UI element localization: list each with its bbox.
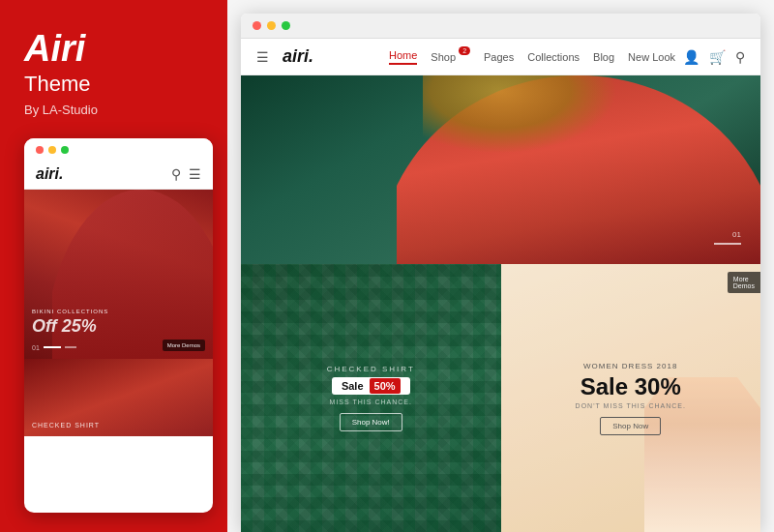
shop-badge: 2 [459, 46, 470, 55]
grid-right-overlay: Women Dress 2018 Sale 30% DON'T MISS THI… [501, 264, 761, 532]
mobile-hero-section: BIKINI COLLECTIONS Off 25% 01 More Demos [24, 190, 213, 359]
nav-link-newlook[interactable]: New Look [628, 51, 675, 63]
nav-link-shop[interactable]: Shop [431, 51, 456, 63]
mobile-dot-yellow [48, 146, 56, 154]
mobile-nav-dot-active [44, 346, 61, 348]
hero-pagination: 01 [714, 230, 741, 245]
nav-link-collections[interactable]: Collections [527, 51, 580, 63]
desktop-preview-window: ☰ airi. Home Shop 2 Pages Collections Bl… [241, 14, 760, 532]
desktop-nav-links: Home Shop 2 Pages Collections Blog New L… [389, 49, 675, 65]
nav-link-blog[interactable]: Blog [593, 51, 614, 63]
mobile-more-demos-badge[interactable]: More Demos [163, 340, 205, 351]
mobile-nav-icons: ⚲ ☰ [171, 166, 201, 182]
right-panel: ☰ airi. Home Shop 2 Pages Collections Bl… [227, 0, 774, 532]
mobile-collection-label: BIKINI COLLECTIONS [32, 309, 108, 314]
theme-author: By LA-Studio [24, 103, 208, 117]
desktop-window-controls [241, 14, 760, 39]
mobile-dot-green [61, 146, 69, 154]
sale-badge: Sale 50% [332, 377, 410, 395]
desktop-nav-icons: 👤 🛒 ⚲ [683, 49, 745, 65]
desktop-dot-red [253, 21, 261, 30]
mobile-bottom-label: CHECKED SHIRT [32, 422, 100, 429]
miss-chance-text: MISS THIS CHANCE. [330, 399, 412, 405]
dont-miss-text: DON'T MISS THIS CHANCE. [576, 402, 686, 409]
mobile-window-controls [24, 138, 213, 160]
desktop-dot-yellow [267, 21, 276, 30]
shop-now-button-right[interactable]: Shop Now [600, 417, 661, 435]
desktop-nav-bar: ☰ airi. Home Shop 2 Pages Collections Bl… [241, 39, 760, 75]
shop-now-button-left[interactable]: Shop Now! [340, 413, 402, 431]
desktop-logo: airi. [283, 46, 313, 67]
desktop-hero-background [241, 75, 760, 264]
search-icon[interactable]: ⚲ [735, 49, 745, 65]
hamburger-icon[interactable]: ☰ [256, 49, 269, 65]
checked-shirt-label: CHECKED SHIRT [327, 365, 415, 373]
mobile-hero-image: BIKINI COLLECTIONS Off 25% 01 More Demos [24, 190, 213, 359]
mobile-nav-bar: airi. ⚲ ☰ [24, 160, 213, 190]
user-icon[interactable]: 👤 [683, 49, 700, 65]
desktop-product-grid: CHECKED SHIRT Sale 50% MISS THIS CHANCE.… [241, 264, 760, 532]
left-panel: Airi Theme By LA-Studio airi. ⚲ ☰ BIKINI… [0, 0, 227, 532]
mobile-search-icon[interactable]: ⚲ [171, 166, 181, 182]
desktop-dot-green [282, 21, 290, 30]
sale-label: Sale [342, 380, 364, 392]
grid-item-women-dress: Women Dress 2018 Sale 30% DON'T MISS THI… [501, 264, 761, 532]
hero-page-line [714, 243, 741, 245]
nav-link-pages[interactable]: Pages [484, 51, 514, 63]
mobile-bottom-section: CHECKED SHIRT [24, 359, 213, 436]
desktop-content-area: ☰ airi. Home Shop 2 Pages Collections Bl… [241, 39, 760, 532]
mobile-logo: airi. [36, 165, 63, 183]
mobile-hero-text-block: BIKINI COLLECTIONS Off 25% 01 [32, 309, 108, 351]
grid-left-overlay: CHECKED SHIRT Sale 50% MISS THIS CHANCE.… [241, 264, 501, 532]
desktop-hero-section: 01 [241, 75, 760, 264]
nav-link-home[interactable]: Home [389, 49, 417, 65]
more-demos-desktop-button[interactable]: MoreDemos [728, 272, 760, 293]
mobile-sale-text: Off 25% [32, 316, 108, 337]
mobile-nav-dot [65, 346, 76, 348]
mobile-dot-red [36, 146, 44, 154]
theme-subtitle: Theme [24, 72, 208, 97]
cart-icon[interactable]: 🛒 [709, 49, 726, 65]
mobile-preview-card: airi. ⚲ ☰ BIKINI COLLECTIONS Off 25% 01 [24, 138, 213, 513]
more-demos-button[interactable]: More Demos [163, 340, 205, 351]
grid-item-checked-shirt: CHECKED SHIRT Sale 50% MISS THIS CHANCE.… [241, 264, 501, 532]
hero-page-number: 01 [732, 230, 741, 239]
mobile-menu-icon[interactable]: ☰ [189, 166, 201, 182]
theme-title: Airi [24, 29, 208, 70]
women-dress-sale: Sale 30% [580, 373, 681, 400]
sale-percentage: 50% [370, 378, 401, 394]
women-dress-label: Women Dress 2018 [583, 362, 677, 370]
